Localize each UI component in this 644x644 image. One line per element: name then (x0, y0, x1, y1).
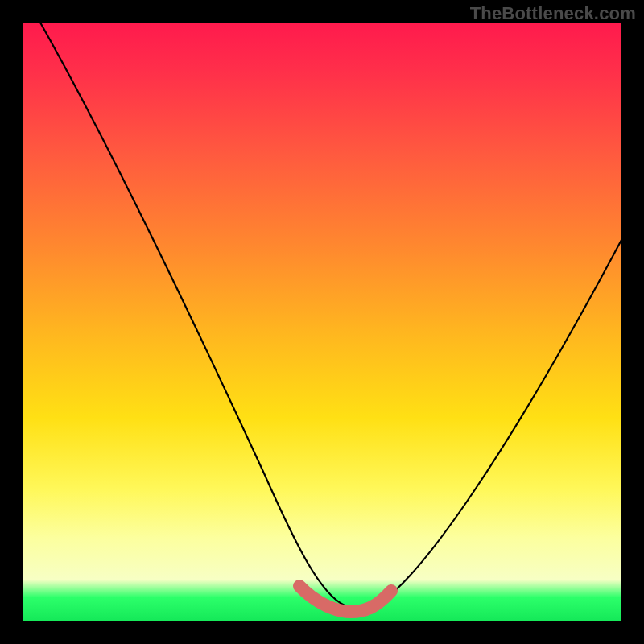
watermark-text: TheBottleneck.com (470, 3, 636, 24)
optimal-range-highlight (299, 586, 391, 612)
bottleneck-curve (40, 23, 621, 609)
chart-frame: TheBottleneck.com (0, 0, 644, 644)
curve-svg (23, 23, 621, 621)
plot-area (23, 23, 621, 621)
